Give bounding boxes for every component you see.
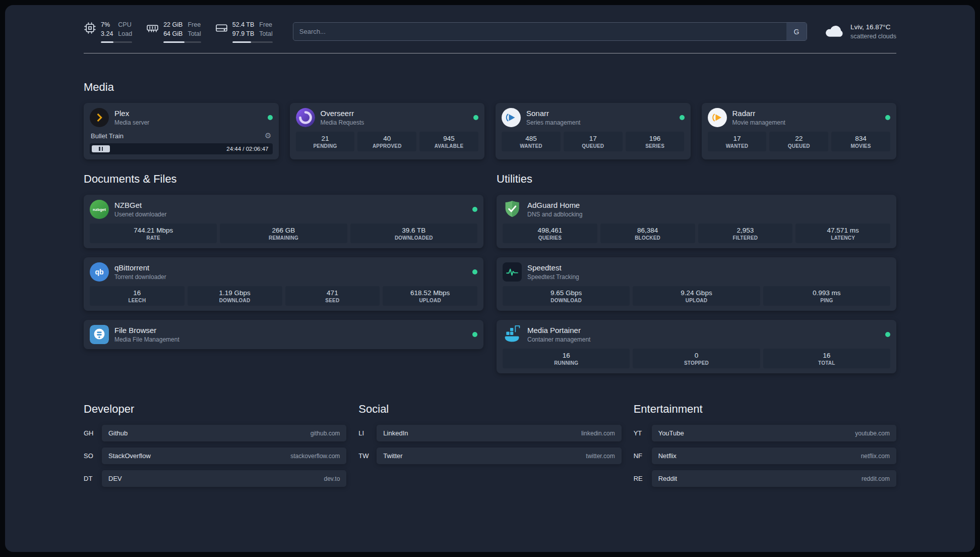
bookmark-group-social: Social LI LinkedIn linkedin.com TW Twitt… xyxy=(358,403,621,493)
stat-value: 40 xyxy=(359,135,414,142)
stat-value: 744.21 Mbps xyxy=(92,227,215,234)
status-dot xyxy=(885,115,890,120)
section-title-media: Media xyxy=(84,81,896,94)
search-input[interactable] xyxy=(293,22,807,41)
cpu-percent: 7% xyxy=(101,20,113,29)
bookmark-name: Github xyxy=(108,429,128,437)
stat-block: 471 SEED xyxy=(285,286,380,306)
app-card-radarr[interactable]: Radarr Movie management 17 WANTED 22 QUE… xyxy=(702,103,897,159)
bookmark-link-stackoverflow[interactable]: StackOverflow stackoverflow.com xyxy=(102,448,346,464)
qbittorrent-icon: qb xyxy=(90,262,109,282)
stat-label: LEECH xyxy=(92,298,182,303)
bookmark-abbr: TW xyxy=(358,452,377,460)
bookmark-link-reddit[interactable]: Reddit reddit.com xyxy=(652,470,896,487)
search-bar: G xyxy=(293,22,807,41)
bookmark-url: linkedin.com xyxy=(581,430,615,437)
disk-widget: 52.4 TB 97.9 TB Free Total xyxy=(215,20,273,43)
stat-label: MOVIES xyxy=(833,143,888,149)
stat-block: 1.19 Gbps DOWNLOAD xyxy=(188,286,282,306)
bookmark-link-twitter[interactable]: Twitter twitter.com xyxy=(377,448,621,464)
bookmark-row: TW Twitter twitter.com xyxy=(358,448,621,464)
app-card-overseerr[interactable]: Overseerr Media Requests 21 PENDING 40 A… xyxy=(290,103,485,159)
bookmark-link-github[interactable]: Github github.com xyxy=(102,425,346,441)
stat-block: 40 APPROVED xyxy=(357,132,416,151)
section-title-documents: Documents & Files xyxy=(84,173,483,186)
app-name: qBittorrent xyxy=(114,263,166,273)
app-name: Radarr xyxy=(732,108,785,119)
playback-progress-bar[interactable]: 24:44 / 02:06:47 xyxy=(90,143,273,154)
stat-block: 834 MOVIES xyxy=(831,132,890,151)
pause-button[interactable] xyxy=(92,145,110,152)
app-card-adguard[interactable]: AdGuard Home DNS and adblocking 498,461 … xyxy=(497,195,896,248)
app-card-filebrowser[interactable]: File Browser Media File Management xyxy=(84,320,483,349)
stat-label: DOWNLOADED xyxy=(352,235,475,241)
memory-icon xyxy=(146,22,159,38)
bookmark-name: Reddit xyxy=(658,475,678,482)
nzbget-icon: nzbget xyxy=(90,200,109,219)
bookmark-abbr: SO xyxy=(84,452,102,460)
app-card-nzbget[interactable]: nzbget NZBGet Usenet downloader 744.21 M… xyxy=(84,195,483,248)
app-name: Media Portainer xyxy=(527,325,590,336)
status-dot xyxy=(472,207,477,212)
app-desc: Media server xyxy=(114,119,149,127)
dashboard: 7% 3.24 CPU Load xyxy=(5,5,975,552)
disk-free-value: 52.4 TB xyxy=(232,20,255,29)
status-dot xyxy=(472,269,477,274)
stat-label: TOTAL xyxy=(765,360,888,366)
app-card-speedtest[interactable]: Speedtest Speedtest Tracking 9.65 Gbps D… xyxy=(497,257,896,311)
bookmark-link-linkedin[interactable]: LinkedIn linkedin.com xyxy=(377,425,621,441)
portainer-icon xyxy=(503,325,522,344)
stat-block: 16 TOTAL xyxy=(763,349,890,368)
cpu-usage-bar xyxy=(101,41,132,43)
search-provider-button[interactable]: G xyxy=(786,23,807,40)
stat-block: 744.21 Mbps RATE xyxy=(90,224,217,243)
app-card-qbittorrent[interactable]: qb qBittorrent Torrent downloader 16 xyxy=(84,257,483,311)
bookmark-url: twitter.com xyxy=(586,453,615,460)
bookmark-link-netflix[interactable]: Netflix netflix.com xyxy=(652,448,896,464)
stat-label: AVAILABLE xyxy=(421,143,476,149)
memory-free-label: Free xyxy=(188,20,201,29)
app-card-sonarr[interactable]: Sonarr Series management 485 WANTED 17 Q… xyxy=(496,103,691,159)
bookmark-row: RE Reddit reddit.com xyxy=(634,470,896,487)
stat-value: 1.19 Gbps xyxy=(190,289,280,297)
app-desc: Speedtest Tracking xyxy=(527,273,579,282)
app-name: Speedtest xyxy=(527,263,579,273)
stat-value: 17 xyxy=(566,135,621,142)
stat-block: 9.65 Gbps DOWNLOAD xyxy=(503,286,630,306)
bookmark-url: reddit.com xyxy=(862,475,890,482)
bookmark-link-youtube[interactable]: YouTube youtube.com xyxy=(652,425,896,441)
stat-label: PING xyxy=(765,298,888,303)
stat-label: STOPPED xyxy=(635,360,758,366)
stat-label: QUEUED xyxy=(771,143,826,149)
memory-total-label: Total xyxy=(188,29,201,38)
stat-value: 9.65 Gbps xyxy=(505,289,628,297)
bookmark-name: LinkedIn xyxy=(383,429,408,437)
app-desc: Usenet downloader xyxy=(114,211,166,219)
stat-value: 471 xyxy=(287,289,378,297)
section-title-entertainment: Entertainment xyxy=(634,403,896,416)
section-title-developer: Developer xyxy=(84,403,346,416)
cpu-widget: 7% 3.24 CPU Load xyxy=(84,20,132,43)
stat-block: 485 WANTED xyxy=(502,132,561,151)
bookmark-row: DT DEV dev.to xyxy=(84,470,346,487)
bookmark-url: stackoverflow.com xyxy=(290,453,340,460)
stat-value: 22 xyxy=(771,135,826,142)
stat-value: 945 xyxy=(421,135,476,142)
bookmark-row: GH Github github.com xyxy=(84,425,346,441)
stat-block: 2,953 FILTERED xyxy=(698,224,793,243)
stat-block: 47.571 ms LATENCY xyxy=(795,224,890,243)
bookmark-url: dev.to xyxy=(324,475,340,482)
app-card-portainer[interactable]: Media Portainer Container management 16 … xyxy=(497,320,896,373)
stat-label: SEED xyxy=(287,298,378,303)
stat-label: DOWNLOAD xyxy=(190,298,280,303)
bookmark-url: netflix.com xyxy=(861,453,890,460)
stat-label: SERIES xyxy=(628,143,683,149)
app-name: NZBGet xyxy=(114,200,166,210)
stat-block: 618.52 Mbps UPLOAD xyxy=(383,286,477,306)
stat-value: 0.993 ms xyxy=(765,289,888,297)
stat-value: 266 GB xyxy=(222,227,345,234)
bookmark-link-dev[interactable]: DEV dev.to xyxy=(102,470,346,487)
gear-icon[interactable]: ⚙ xyxy=(265,131,271,140)
app-card-plex[interactable]: Plex Media server Bullet Train ⚙ 24:44 /… xyxy=(84,103,279,159)
stat-label: UPLOAD xyxy=(635,298,758,303)
